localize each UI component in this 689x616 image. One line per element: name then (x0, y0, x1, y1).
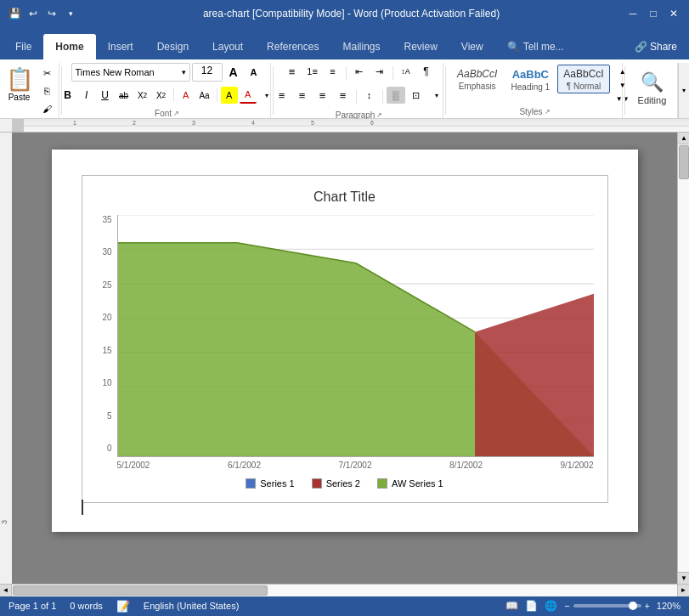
styles-label: Styles ↗ (451, 107, 618, 118)
language-status[interactable]: English (United States) (144, 601, 240, 611)
tab-design[interactable]: Design (145, 34, 200, 59)
cut-button[interactable]: ✂ (38, 65, 57, 82)
paste-button[interactable]: 📋 Paste (3, 65, 37, 104)
style-normal[interactable]: AaBbCcI ¶ Normal (557, 65, 609, 93)
tab-mailings[interactable]: Mailings (330, 34, 392, 59)
borders-dropdown-icon[interactable]: ▾ (427, 87, 446, 104)
web-view-icon[interactable]: 🌐 (545, 600, 557, 612)
style-normal-preview: AaBbCcI (563, 67, 603, 82)
font-size-selector[interactable]: 12 (192, 63, 223, 82)
scroll-thumb[interactable] (679, 145, 689, 179)
style-heading1[interactable]: AaBbC Heading 1 (505, 65, 556, 94)
align-left-button[interactable]: ≡ (273, 87, 291, 104)
minimize-button[interactable]: ─ (624, 5, 641, 22)
tab-layout[interactable]: Layout (200, 34, 255, 59)
align-right-button[interactable]: ≡ (313, 87, 332, 104)
zoom-slider-thumb (629, 602, 637, 610)
tab-view[interactable]: View (449, 34, 495, 59)
format-painter-button[interactable]: 🖌 (38, 100, 57, 117)
read-mode-icon[interactable]: 📖 (505, 600, 518, 612)
bottom-scrollbar[interactable]: ◄ ► (0, 584, 689, 596)
italic-button[interactable]: I (78, 87, 95, 104)
track-changes-icon[interactable]: 📝 (116, 600, 130, 613)
align-center-button[interactable]: ≡ (293, 87, 312, 104)
font-family-selector[interactable]: Times New Roman ▾ (71, 63, 190, 82)
save-icon[interactable]: 💾 (7, 6, 22, 21)
multilevel-button[interactable]: ≡ (324, 63, 342, 80)
styles-group-content: AaBbCcI Emphasis AaBbC Heading 1 AaBbCcI… (451, 63, 632, 105)
editing-group: 🔍 Editing (627, 63, 678, 118)
font-grow-icon[interactable]: A (224, 64, 243, 81)
tab-tell-me[interactable]: 🔍 Tell me... (495, 34, 576, 59)
styles-group: AaBbCcI Emphasis AaBbC Heading 1 AaBbCcI… (448, 63, 623, 118)
scroll-right-button[interactable]: ► (677, 585, 689, 596)
font-expand-icon[interactable]: ↗ (173, 110, 179, 117)
tab-share[interactable]: 🔗 Share (623, 34, 689, 59)
scroll-down-button[interactable]: ▼ (678, 572, 689, 584)
zoom-level[interactable]: 120% (653, 601, 681, 611)
font-shrink-icon[interactable]: A (245, 64, 263, 81)
chart-container[interactable]: Chart Title 0 5 10 15 20 25 30 35 (82, 175, 608, 503)
paragraph-group-content: ≡ 1≡ ≡ ⇤ ⇥ ↕A ¶ ≡ ≡ ≡ ≡ ↕ ░ ⊡ ▾ (279, 63, 439, 109)
svg-text:5: 5 (311, 120, 314, 126)
document-scroll-area[interactable]: Chart Title 0 5 10 15 20 25 30 35 (12, 133, 677, 584)
legend-aw-series: AW Series 1 (377, 478, 443, 489)
style-emphasis[interactable]: AaBbCcI Emphasis (451, 65, 503, 93)
shading-button[interactable]: ░ (387, 87, 405, 104)
superscript-button[interactable]: X2 (153, 87, 170, 104)
zoom-in-icon[interactable]: + (645, 601, 650, 611)
font-family-dropdown-icon[interactable]: ▾ (182, 68, 186, 76)
show-hide-button[interactable]: ¶ (417, 63, 436, 80)
underline-button[interactable]: U (97, 87, 114, 104)
tab-insert[interactable]: Insert (96, 34, 145, 59)
right-scrollbar[interactable]: ▲ ▼ (677, 133, 689, 584)
change-case-button[interactable]: Aa (196, 87, 213, 104)
find-replace-icon[interactable]: 🔍 (641, 71, 664, 93)
bottom-scroll-track[interactable] (12, 585, 677, 596)
increase-indent-button[interactable]: ⇥ (370, 63, 389, 80)
redo-icon[interactable]: ↪ (44, 6, 59, 21)
chart-plot-container: 5/1/2002 6/1/2002 7/1/2002 8/1/2002 9/1/… (117, 215, 594, 470)
subscript-button[interactable]: X2 (134, 87, 151, 104)
y-label-5: 5 (107, 411, 112, 421)
clipboard-secondary: ✂ ⎘ 🖌 (38, 65, 57, 117)
sort-button[interactable]: ↕A (397, 63, 415, 80)
zoom-slider[interactable] (573, 604, 641, 608)
ribbon-scroll-right[interactable]: ▾ (678, 63, 689, 118)
ruler-track: 1 2 3 4 5 6 (24, 119, 689, 132)
close-button[interactable]: ✕ (665, 5, 682, 22)
strikethrough-button[interactable]: ab (116, 87, 133, 104)
decrease-indent-button[interactable]: ⇤ (350, 63, 369, 80)
scroll-left-button[interactable]: ◄ (0, 585, 12, 596)
tab-references[interactable]: References (255, 34, 330, 59)
styles-expand-icon[interactable]: ↗ (545, 108, 551, 116)
font-color-button[interactable]: A (240, 87, 257, 104)
bottom-scroll-thumb[interactable] (13, 585, 268, 596)
undo-icon[interactable]: ↩ (25, 6, 41, 21)
scroll-track[interactable] (678, 144, 689, 572)
highlight-button[interactable]: A (221, 87, 238, 104)
ribbon-content: 📋 Paste ✂ ⎘ 🖌 Clipboard ↗ Times New Roma… (0, 59, 689, 119)
copy-button[interactable]: ⎘ (38, 82, 57, 99)
tab-review[interactable]: Review (392, 34, 449, 59)
para-expand-icon[interactable]: ↗ (376, 111, 382, 119)
qat-dropdown-icon[interactable]: ▾ (63, 6, 78, 21)
ruler-corner (12, 119, 24, 133)
print-layout-icon[interactable]: 📄 (525, 600, 538, 612)
line-spacing-button[interactable]: ↕ (360, 87, 379, 104)
clear-format-button[interactable]: A (178, 87, 195, 104)
bullets-button[interactable]: ≡ (283, 63, 302, 80)
scroll-up-button[interactable]: ▲ (678, 133, 689, 144)
words-status: 0 words (70, 601, 103, 611)
tab-home[interactable]: Home (43, 34, 95, 59)
tab-file[interactable]: File (3, 34, 43, 59)
numbering-button[interactable]: 1≡ (303, 63, 322, 80)
bold-button[interactable]: B (59, 87, 76, 104)
horizontal-ruler: 1 2 3 4 5 6 (0, 119, 689, 133)
borders-button[interactable]: ⊡ (407, 87, 426, 104)
maximize-button[interactable]: □ (645, 5, 662, 22)
y-label-10: 10 (102, 378, 111, 387)
zoom-out-icon[interactable]: − (564, 601, 569, 611)
justify-button[interactable]: ≡ (334, 87, 353, 104)
title-bar-left: 💾 ↩ ↪ ▾ (7, 6, 78, 21)
